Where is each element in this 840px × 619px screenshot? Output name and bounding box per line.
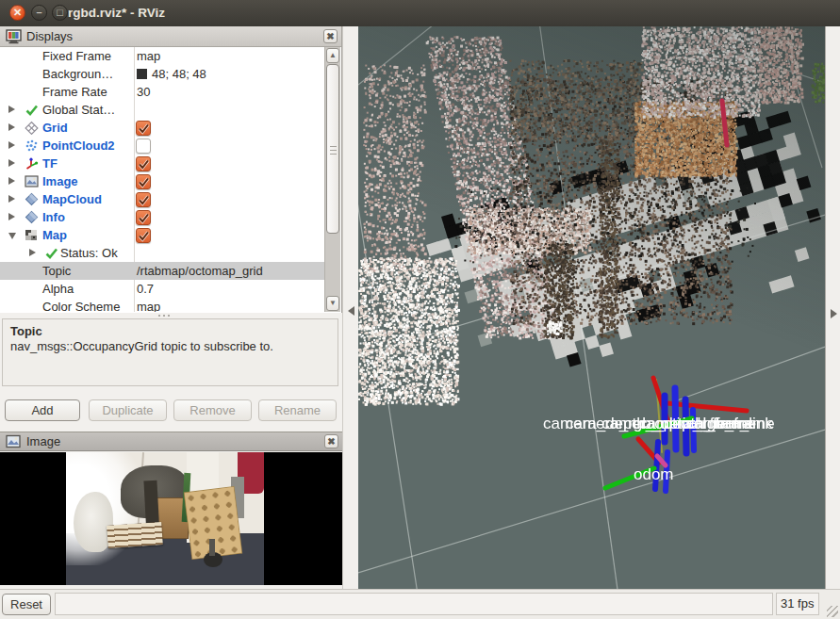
fps-counter: 31 fps	[776, 593, 819, 615]
tree-row-label: Map	[42, 226, 67, 244]
help-description: nav_msgs::OccupancyGrid topic to subscri…	[10, 339, 330, 353]
tree-row-label: Frame Rate	[42, 83, 107, 101]
rviz-window: ✕ – □ rgbd.rviz* - RViz Displays ✖ Fixed…	[0, 0, 840, 619]
image-panel-close-icon[interactable]: ✖	[324, 434, 338, 448]
expand-arrow-icon[interactable]	[8, 159, 15, 167]
tree-row-label: Fixed Frame	[42, 47, 111, 65]
image-panel-header[interactable]: Image ✖	[0, 432, 342, 451]
image-icon	[25, 174, 39, 188]
scroll-down-icon[interactable]: ▼	[326, 296, 339, 311]
expand-arrow-icon[interactable]	[8, 177, 15, 185]
window-close-button[interactable]: ✕	[9, 5, 25, 21]
expand-arrow-icon[interactable]	[8, 123, 15, 131]
tree-row-frame-rate[interactable]: Frame Rate30	[0, 83, 325, 101]
displays-tree[interactable]: Fixed FramemapBackgroun…48; 48; 48Frame …	[0, 47, 325, 312]
viewport-left-splitter[interactable]	[342, 26, 359, 589]
tree-row-value[interactable]: map	[137, 47, 160, 65]
expand-arrow-icon[interactable]	[8, 141, 15, 149]
remove-button[interactable]: Remove	[173, 399, 252, 421]
tree-row-label: Info	[42, 208, 65, 226]
help-title: Topic	[10, 324, 330, 338]
tree-row-value[interactable]: 0.7	[137, 280, 154, 298]
camera-photo	[66, 452, 264, 585]
tree-row-pointcloud2[interactable]: PointCloud2	[0, 137, 325, 155]
status-message-field	[55, 593, 773, 615]
tree-row-image[interactable]: Image	[0, 172, 325, 190]
panel-splitter-handle[interactable]	[158, 315, 170, 317]
tree-row-label: PointCloud2	[42, 137, 115, 155]
displays-panel: Displays ✖ Fixed FramemapBackgroun…48; 4…	[0, 26, 342, 313]
tree-row-grid[interactable]: Grid	[0, 119, 325, 137]
window-maximize-button[interactable]: □	[52, 5, 68, 21]
color-swatch[interactable]	[137, 69, 147, 79]
expand-arrow-icon[interactable]	[29, 249, 36, 256]
expand-arrow-icon[interactable]	[8, 106, 15, 113]
photo-wood-slats	[107, 522, 163, 548]
enable-checkbox[interactable]	[136, 138, 151, 154]
scroll-up-icon[interactable]: ▲	[326, 48, 339, 63]
expand-arrow-icon[interactable]	[8, 195, 15, 203]
grid-icon	[25, 121, 39, 135]
tree-row-value[interactable]: /rtabmap/octomap_grid	[137, 262, 263, 280]
tree-row-map[interactable]: Map	[0, 226, 325, 244]
tree-row-value[interactable]: map	[137, 298, 160, 312]
add-button[interactable]: Add	[5, 399, 80, 421]
tf-frame-label-odom: odom	[634, 465, 674, 484]
collapse-arrow-icon[interactable]	[8, 233, 16, 239]
check-icon	[25, 103, 39, 117]
monitor-icon	[6, 29, 22, 47]
displays-panel-close-icon[interactable]: ✖	[323, 29, 338, 43]
status-bar: Reset 31 fps	[0, 589, 840, 619]
enable-checkbox[interactable]	[136, 121, 151, 136]
displays-panel-title: Displays	[26, 26, 73, 47]
enable-checkbox[interactable]	[136, 156, 151, 171]
reset-button[interactable]: Reset	[2, 594, 51, 615]
enable-checkbox[interactable]	[136, 210, 151, 225]
tree-scrollbar-thumb[interactable]	[326, 64, 339, 234]
enable-checkbox[interactable]	[136, 174, 151, 189]
tree-row-label: Image	[42, 172, 78, 190]
check-icon	[44, 246, 58, 260]
collapse-left-icon[interactable]	[348, 306, 354, 316]
title-bar[interactable]: ✕ – □ rgbd.rviz* - RViz	[0, 0, 840, 27]
tree-row-label: Status: Ok	[60, 244, 118, 262]
duplicate-button[interactable]: Duplicate	[89, 399, 167, 421]
diamond-icon	[25, 210, 39, 224]
map-icon	[25, 228, 39, 242]
tf-axes	[358, 26, 825, 589]
window-resize-grip[interactable]	[827, 606, 838, 617]
enable-checkbox[interactable]	[136, 228, 151, 243]
image-panel-title: Image	[26, 432, 60, 450]
tree-row-label: Global Stat…	[42, 101, 115, 119]
maximize-icon: □	[53, 6, 67, 20]
tree-row-color-scheme[interactable]: Color Schememap	[0, 298, 325, 312]
close-icon: ✕	[10, 6, 25, 20]
collapse-right-icon[interactable]	[831, 309, 837, 318]
tree-row-label: Grid	[42, 119, 68, 137]
tree-row-status-ok[interactable]: Status: Ok	[0, 244, 325, 262]
minimize-icon: –	[32, 6, 46, 20]
tree-row-value[interactable]: 30	[137, 83, 150, 101]
tree-row-backgroun[interactable]: Backgroun…48; 48; 48	[0, 65, 325, 83]
tree-row-fixed-frame[interactable]: Fixed Framemap	[0, 47, 325, 65]
tree-scrollbar[interactable]: ▲ ▼	[324, 47, 340, 312]
tree-row-info[interactable]: Info	[0, 208, 325, 226]
tree-row-topic[interactable]: Topic/rtabmap/octomap_grid	[0, 262, 325, 280]
rename-button[interactable]: Rename	[258, 399, 337, 421]
camera-image-view	[0, 452, 342, 585]
viewport-right-splitter[interactable]	[825, 26, 840, 589]
expand-arrow-icon[interactable]	[8, 213, 15, 220]
tree-row-mapcloud[interactable]: MapCloud	[0, 190, 325, 208]
displays-panel-header[interactable]: Displays ✖	[0, 26, 341, 47]
photo-wheel-stem	[209, 539, 215, 556]
tree-row-tf[interactable]: TF	[0, 155, 325, 172]
tree-row-alpha[interactable]: Alpha0.7	[0, 280, 325, 298]
tree-row-label: Alpha	[42, 280, 74, 298]
render-viewport[interactable]: camera_depth_optical_framecamera_rgb_opt…	[358, 26, 825, 589]
window-minimize-button[interactable]: –	[31, 5, 47, 21]
tree-row-global-stat[interactable]: Global Stat…	[0, 101, 325, 119]
tree-row-value[interactable]: 48; 48; 48	[152, 65, 206, 83]
tf-frame-label-camera-link: camera_link	[686, 415, 773, 433]
enable-checkbox[interactable]	[136, 192, 151, 207]
tree-row-label: TF	[42, 155, 58, 172]
